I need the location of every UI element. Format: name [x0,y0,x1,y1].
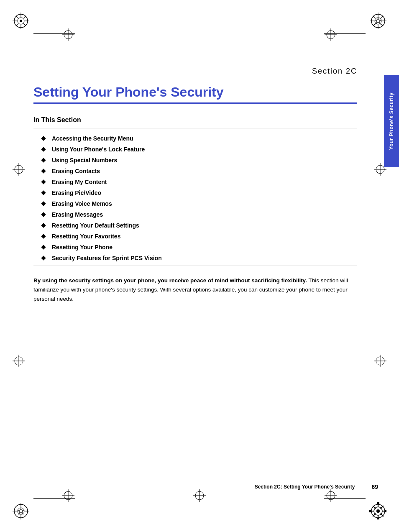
bullet-item-text: Using Your Phone's Lock Feature [52,146,145,153]
bullet-item-text: Security Features for Sprint PCS Vision [52,255,162,261]
svg-point-10 [20,20,22,22]
bullet-diamond-icon [41,180,46,184]
bullet-diamond-icon [41,136,46,141]
bullet-list-item: Erasing My Content [33,179,378,185]
bullet-item-text: Erasing Contacts [52,168,100,174]
svg-line-9 [16,23,19,26]
top-divider [33,128,357,128]
bullet-list-item: Security Features for Sprint PCS Vision [33,255,378,261]
svg-line-38 [381,506,384,509]
bullet-diamond-icon [41,223,46,228]
footer-page-number: 69 [371,483,378,490]
in-this-section-heading: In This Section [33,116,378,124]
bullet-list-item: Resetting Your Phone [33,244,378,251]
svg-point-28 [20,510,22,512]
bullet-list-item: Erasing Pic/Video [33,189,378,196]
bullet-diamond-icon [41,234,46,239]
bullet-list-item: Resetting Your Favorites [33,233,378,240]
bullet-item-text: Erasing Messages [52,211,103,218]
bullet-item-text: Erasing Pic/Video [52,189,101,196]
section-label: Section 2C [33,67,378,76]
bottom-divider [33,266,357,266]
bullet-list-item: Using Your Phone's Lock Feature [33,146,378,153]
bullet-item-text: Resetting Your Phone [52,244,113,251]
bullet-list-item: Using Special Numbers [33,157,378,164]
bullet-diamond-icon [41,191,46,195]
title-underline [33,102,357,104]
svg-line-19 [381,16,383,19]
main-content: Section 2C Setting Your Phone's Security… [33,0,378,532]
side-tab-label: Your Phone's Security [389,92,394,150]
bullet-item-text: Resetting Your Favorites [52,233,120,240]
bullet-item-text: Accessing the Security Menu [52,135,133,142]
bullet-list-item: Erasing Contacts [33,168,378,174]
reg-mark-left-lower [13,355,25,369]
bullet-diamond-icon [41,245,46,250]
bullet-item-text: Erasing Voice Memos [52,200,112,207]
svg-line-37 [381,514,384,517]
bullet-item-text: Using Special Numbers [52,157,117,164]
page: Your Phone's Security Section 2C Setting… [0,0,399,532]
svg-rect-43 [385,510,386,512]
page-title: Setting Your Phone's Security [33,84,378,100]
reg-mark-left-upper [13,163,25,177]
bullet-list-item: Resetting Your Default Settings [33,222,378,229]
footer: Section 2C: Setting Your Phone's Securit… [33,483,378,490]
svg-line-6 [16,16,19,19]
bullet-diamond-icon [41,158,46,163]
bullet-item-text: Resetting Your Default Settings [52,222,139,229]
body-paragraph: By using the security settings on your p… [33,276,357,303]
bullet-list-item: Erasing Messages [33,211,378,218]
side-tab: Your Phone's Security [384,75,399,167]
svg-line-8 [23,16,26,19]
bullet-diamond-icon [41,169,46,174]
bullet-diamond-icon [41,147,46,152]
bullet-diamond-icon [41,256,46,261]
bullet-list-item: Erasing Voice Memos [33,200,378,207]
bullet-diamond-icon [41,212,46,217]
footer-section-text: Section 2C: Setting Your Phone's Securit… [255,484,355,490]
bullet-list: Accessing the Security MenuUsing Your Ph… [33,135,378,261]
body-bold-text: By using the security settings on your p… [33,277,307,284]
bullet-list-item: Accessing the Security Menu [33,135,378,142]
bullet-item-text: Erasing My Content [52,179,107,185]
svg-line-18 [381,23,383,26]
svg-line-7 [23,23,26,26]
bullet-diamond-icon [41,202,46,206]
